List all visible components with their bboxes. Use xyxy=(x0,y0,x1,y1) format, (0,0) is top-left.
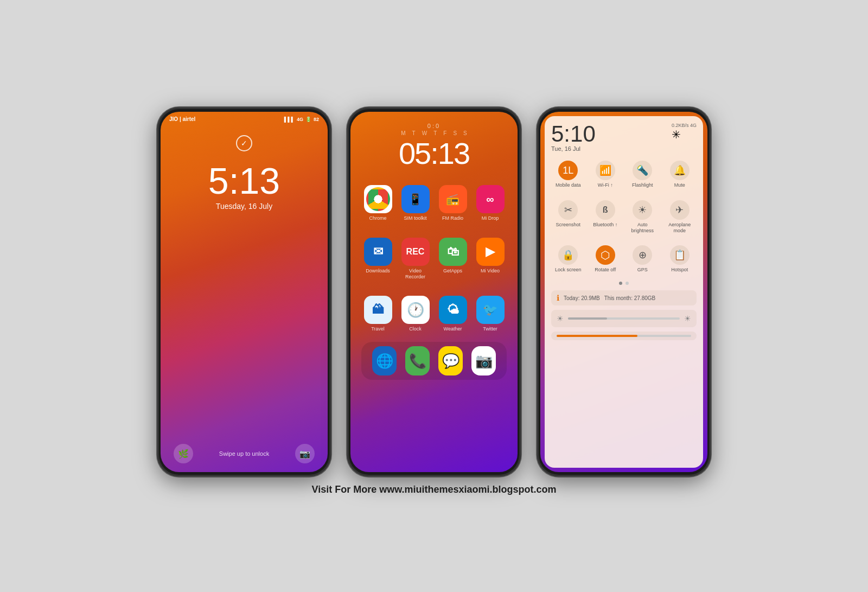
dock-browser[interactable]: 🌐 xyxy=(372,346,397,375)
screenshot-icon: ✂ xyxy=(558,200,578,220)
simtoolkit-icon: 📱 xyxy=(401,185,430,213)
camera-icon: 📷 xyxy=(295,444,315,463)
brightness-fill xyxy=(568,317,607,320)
volume-bar[interactable] xyxy=(557,335,691,337)
weekday-row: M T W T F S S xyxy=(350,130,518,136)
controlcenter-display: 5:10 Tue, 16 Jul 0.2KB/s 4G ✳ 1L Mobile … xyxy=(540,112,707,472)
footer-text: Visit For More www.miuithemesxiaomi.blog… xyxy=(311,484,556,495)
flashlight-icon: 🔦 xyxy=(633,161,652,180)
app-fmradio-label: FM Radio xyxy=(442,215,463,221)
phone-controlcenter: 5:10 Tue, 16 Jul 0.2KB/s 4G ✳ 1L Mobile … xyxy=(537,107,711,476)
getapps-icon: 🛍 xyxy=(439,238,467,266)
app-weather-label: Weather xyxy=(444,326,462,332)
app-midrop-label: Mi Drop xyxy=(482,215,499,221)
fmradio-icon: 📻 xyxy=(439,185,467,213)
lockscreen-display: JIO | airtel ▌▌▌ 4G 🔋 82 ✓ 5:13 Tuesday,… xyxy=(161,112,328,472)
app-simtoolkit[interactable]: 📱 SIM toolkit xyxy=(399,185,432,221)
cc-tiles-row3: 🔒 Lock screen ⬡ Rotate off ⊕ GPS 📋 Hotsp… xyxy=(551,241,697,276)
bluetooth-label: Bluetooth ↑ xyxy=(593,222,617,228)
dock-camera[interactable]: 📷 xyxy=(471,346,496,375)
clock-dots: 0:0 xyxy=(350,123,518,129)
cc-tile-autobrightness[interactable]: ☀ Auto brightness xyxy=(626,196,660,237)
cc-tile-lockscreen[interactable]: 🔒 Lock screen xyxy=(551,241,585,276)
app-email[interactable]: ✉ Downloads xyxy=(361,238,394,280)
app-mivideo[interactable]: ▶ Mi Video xyxy=(474,238,507,280)
autobrightness-icon: ☀ xyxy=(633,200,652,220)
data-usage-row: ℹ Today: 20.9MB This month: 27.80GB xyxy=(551,290,697,305)
control-panel: 5:10 Tue, 16 Jul 0.2KB/s 4G ✳ 1L Mobile … xyxy=(545,116,703,468)
email-icon: ✉ xyxy=(364,238,392,266)
app-twitter-label: Twitter xyxy=(483,326,497,332)
app-grid-row3: 🏔 Travel 🕐 Clock 🌤 Weather 🐦 Twitter xyxy=(350,290,518,338)
brightness-bar[interactable] xyxy=(568,317,680,320)
data-today: Today: 20.9MB xyxy=(564,295,600,301)
app-dock: 🌐 📞 💬 📷 xyxy=(361,342,507,380)
network-type: 4G xyxy=(297,117,303,122)
cc-tile-mobiledata[interactable]: 1L Mobile data xyxy=(551,156,585,192)
cc-tile-mute[interactable]: 🔔 Mute xyxy=(663,156,697,192)
data-month: This month: 27.80GB xyxy=(604,295,656,301)
app-twitter[interactable]: 🐦 Twitter xyxy=(474,296,507,332)
battery-level: 82 xyxy=(314,117,319,122)
cc-tile-rotate[interactable]: ⬡ Rotate off xyxy=(589,241,623,276)
dock-phone[interactable]: 📞 xyxy=(405,346,430,375)
gps-icon: ⊕ xyxy=(633,245,652,265)
rotate-label: Rotate off xyxy=(595,267,616,273)
app-midrop[interactable]: ∞ Mi Drop xyxy=(474,185,507,221)
cc-tile-screenshot[interactable]: ✂ Screenshot xyxy=(551,196,585,237)
phone-lockscreen: JIO | airtel ▌▌▌ 4G 🔋 82 ✓ 5:13 Tuesday,… xyxy=(157,107,331,476)
lock-date: Tuesday, 16 July xyxy=(161,202,328,211)
cc-tile-aeroplane[interactable]: ✈ Aeroplane mode xyxy=(663,196,697,237)
cc-tile-flashlight[interactable]: 🔦 Flashlight xyxy=(626,156,660,192)
app-clock[interactable]: 🕐 Clock xyxy=(399,296,432,332)
flashlight-label: Flashlight xyxy=(632,182,653,188)
lockscreen-statusbar: JIO | airtel ▌▌▌ 4G 🔋 82 xyxy=(161,112,328,124)
dot-1 xyxy=(619,282,622,285)
wifi-icon: 📶 xyxy=(596,161,615,180)
bluetooth-icon: ß xyxy=(596,200,615,220)
homescreen-clock-area: 0:0 M T W T F S S 05:13 xyxy=(350,112,518,174)
dot-2 xyxy=(626,282,629,285)
app-chrome-label: Chrome xyxy=(369,215,386,221)
mute-label: Mute xyxy=(674,182,685,188)
lockscreen-icon: 🔒 xyxy=(558,245,578,265)
app-mivideo-label: Mi Video xyxy=(481,268,500,274)
phones-container: JIO | airtel ▌▌▌ 4G 🔋 82 ✓ 5:13 Tuesday,… xyxy=(157,107,711,476)
screenshot-label: Screenshot xyxy=(556,222,580,228)
mute-icon: 🔔 xyxy=(670,161,690,180)
cc-tiles-row2: ✂ Screenshot ß Bluetooth ↑ ☀ Auto bright… xyxy=(551,196,697,237)
clock-icon: 🕐 xyxy=(401,296,430,324)
recorder-icon: REC xyxy=(401,238,430,266)
mobiledata-icon: 1L xyxy=(558,161,578,180)
volume-control[interactable] xyxy=(551,332,697,340)
cc-tile-wifi[interactable]: 📶 Wi-Fi ↑ xyxy=(589,156,623,192)
lockscreen-label: Lock screen xyxy=(555,267,582,273)
swipe-label: Swipe up to unlock xyxy=(219,450,269,457)
weather-icon: 🌤 xyxy=(439,296,467,324)
app-weather[interactable]: 🌤 Weather xyxy=(436,296,469,332)
app-fmradio[interactable]: 📻 FM Radio xyxy=(436,185,469,221)
app-simtoolkit-label: SIM toolkit xyxy=(404,215,426,221)
aeroplane-label: Aeroplane mode xyxy=(665,222,695,234)
app-chrome[interactable]: Chrome xyxy=(361,185,394,221)
dock-messages[interactable]: 💬 xyxy=(438,346,463,375)
brightness-high-icon: ☀ xyxy=(684,314,691,323)
cc-statusbar: 0.2KB/s 4G xyxy=(672,123,697,128)
cc-tile-bluetooth[interactable]: ß Bluetooth ↑ xyxy=(589,196,623,237)
rotate-icon: ⬡ xyxy=(596,245,615,265)
autobrightness-label: Auto brightness xyxy=(628,222,658,234)
app-getapps[interactable]: 🛍 GetApps xyxy=(436,238,469,280)
cc-tile-hotspot[interactable]: 📋 Hotspot xyxy=(663,241,697,276)
cc-time-block: 5:10 Tue, 16 Jul xyxy=(551,123,596,152)
brightness-control[interactable]: ☀ ☀ xyxy=(551,310,697,327)
app-getapps-label: GetApps xyxy=(443,268,462,274)
mobiledata-label: Mobile data xyxy=(556,182,581,188)
cc-tile-gps[interactable]: ⊕ GPS xyxy=(626,241,660,276)
app-recorder[interactable]: REC Video Recorder xyxy=(399,238,432,280)
status-icons: ▌▌▌ 4G 🔋 82 xyxy=(284,117,319,122)
cc-tiles-row1: 1L Mobile data 📶 Wi-Fi ↑ 🔦 Flashlight 🔔 … xyxy=(551,156,697,192)
app-recorder-label: Video Recorder xyxy=(399,268,432,280)
cc-right-block: 0.2KB/s 4G ✳ xyxy=(672,123,697,141)
app-travel[interactable]: 🏔 Travel xyxy=(361,296,394,332)
homescreen-display: 0:0 M T W T F S S 05:13 Chro xyxy=(350,112,518,472)
